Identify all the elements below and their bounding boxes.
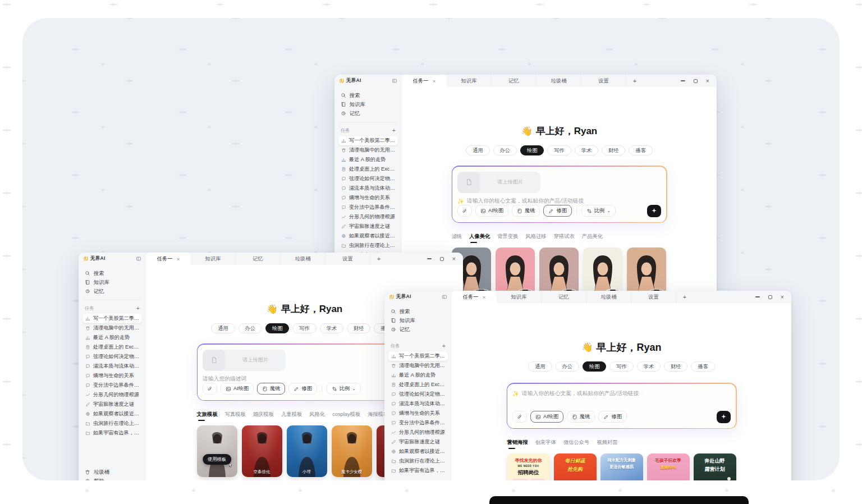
add-task-button[interactable]: +: [392, 127, 396, 134]
minimize-icon[interactable]: [681, 80, 685, 81]
titlebar-tab[interactable]: 记忆 ×: [542, 291, 586, 303]
task-list-item[interactable]: 湍流本质与流体动力学: [82, 361, 142, 371]
sidebar-nav-item[interactable]: 记忆: [388, 325, 448, 334]
ai-draw-button[interactable]: AI绘图: [530, 411, 563, 423]
gallery-tab[interactable]: 文旅模板: [197, 411, 218, 421]
task-list-item[interactable]: 清理电脑中的无用缓存文件: [82, 323, 142, 333]
sidebar-nav-item[interactable]: 知识库: [338, 100, 398, 109]
task-list-item[interactable]: 弦理论如何决定物理常数: [82, 352, 142, 361]
gallery-tab[interactable]: 营销海报: [507, 439, 528, 449]
gallery-tab[interactable]: 人像美化: [469, 233, 490, 243]
task-list-item[interactable]: 宇宙膨胀速度之谜: [338, 222, 398, 231]
sidebar-nav-item[interactable]: 知识库: [388, 316, 448, 325]
titlebar-tab[interactable]: 设置 ×: [325, 253, 370, 265]
sidebar-nav-item[interactable]: 知识库: [82, 278, 142, 287]
gallery-tab[interactable]: 婚庆模板: [253, 411, 274, 421]
magic-mirror-button[interactable]: 魔镜: [567, 411, 595, 423]
task-list-item[interactable]: 如果观察者以接近光速的速度…: [338, 231, 398, 241]
mode-tab[interactable]: 绘图: [583, 361, 606, 372]
template-card[interactable]: 使用模板 魔卡少女樱: [332, 425, 372, 477]
task-list-item[interactable]: 弦理论如何决定物理常数: [388, 390, 448, 399]
task-list-item[interactable]: 如果宇宙有边界，那边界之外…: [388, 466, 448, 475]
titlebar-tab[interactable]: 知识库 ×: [191, 253, 236, 265]
sidebar-collapse-icon[interactable]: [392, 78, 397, 84]
close-icon[interactable]: ×: [452, 256, 456, 262]
prompt-input[interactable]: ✨ 请输入你的核心文案，或粘贴你的产品/活动链接: [512, 390, 731, 397]
task-list-item[interactable]: 最近 A 股的走势: [388, 370, 448, 380]
gallery-tab[interactable]: 微信公众号: [563, 439, 589, 449]
task-list-item[interactable]: 虫洞旅行在理论上可行吗?: [82, 419, 142, 428]
task-list-item[interactable]: 湍流本质与流体动力学: [338, 184, 398, 193]
template-card[interactable]: 使用模板: [197, 425, 237, 477]
poster-card[interactable]: 毛孩子狂欢季 直降60%: [647, 453, 690, 480]
attach-button[interactable]: [512, 411, 527, 423]
mode-tab[interactable]: 写作: [547, 145, 571, 155]
task-list-item[interactable]: 最近 A 股的走势: [82, 333, 142, 342]
titlebar-tab[interactable]: 垃圾桶 ×: [281, 253, 325, 265]
titlebar-tab[interactable]: 垃圾桶 ×: [537, 75, 581, 87]
task-list-item[interactable]: 变分法中边界条件的影响: [338, 203, 398, 212]
ai-draw-button[interactable]: AI绘图: [475, 205, 508, 217]
composer-inner[interactable]: ✨ 请输入你的核心文案，或粘贴你的产品/活动链接 AI绘图 魔镜 修图: [507, 384, 736, 428]
poster-card[interactable]: 寻找发光的你 WE NEED YOU 招聘岗位 20K-35K 9K-15K: [507, 453, 550, 480]
mode-tab[interactable]: 通用: [466, 145, 489, 155]
task-list-item[interactable]: 处理桌面上的 Excel 文档: [338, 164, 398, 174]
gallery-tab[interactable]: 儿童模板: [281, 411, 302, 421]
task-list-item[interactable]: 处理桌面上的 Excel 文档: [388, 380, 448, 390]
mode-tab[interactable]: 办公: [239, 323, 262, 333]
add-task-button[interactable]: +: [442, 342, 446, 349]
attach-button[interactable]: [203, 383, 217, 395]
image-upload-box[interactable]: 请上传图片: [203, 350, 286, 371]
new-tab-button[interactable]: +: [370, 253, 387, 265]
mode-tab[interactable]: 绘图: [520, 145, 544, 155]
poster-card[interactable]: 纯水配方无刺激 更适合敏感肌: [600, 453, 643, 480]
task-list-item[interactable]: 最近 A 股的走势: [338, 155, 398, 164]
poster-card[interactable]: 每日鲜蔬 抢先购: [554, 453, 597, 480]
maximize-icon[interactable]: [440, 257, 444, 261]
task-list-item[interactable]: 熵增与生命的关系: [338, 193, 398, 203]
retouch-button[interactable]: 修图: [598, 411, 626, 423]
task-list-item[interactable]: 熵增与生命的关系: [82, 371, 142, 381]
poster-card[interactable]: 奔赴山野 露营计划: [694, 453, 736, 480]
composer-inner[interactable]: 请上传图片 ✨ 请输入你的核心文案，或粘贴你的产品/活动链接 AI绘图 魔镜 修…: [452, 167, 666, 222]
task-list-item[interactable]: 湍流本质与流体动力学: [388, 399, 448, 409]
sidebar-footer-item[interactable]: 垃圾桶: [82, 468, 142, 476]
mode-tab[interactable]: 办公: [493, 145, 517, 155]
gallery-tab[interactable]: 视频封面: [597, 439, 617, 449]
retouch-button[interactable]: 修图: [288, 383, 317, 395]
prompt-input[interactable]: ✨ 请输入你的核心文案，或粘贴你的产品/活动链接: [457, 198, 661, 205]
composer-inner[interactable]: 请上传图片 请输入您的描述词 AI绘图 魔镜 修图 比例⌄: [198, 345, 411, 400]
minimize-icon[interactable]: [427, 258, 432, 259]
task-list-item[interactable]: 分形几何的物理根源: [338, 212, 398, 222]
gallery-tab[interactable]: 穿搭试衣: [554, 233, 575, 243]
gallery-tab[interactable]: 风格迁移: [525, 233, 546, 243]
task-list-item[interactable]: 处理桌面上的 Excel 文档: [82, 342, 142, 352]
task-list-item[interactable]: 宇宙膨胀速度之谜: [82, 400, 142, 409]
sidebar-nav-item[interactable]: 搜索: [82, 269, 142, 278]
titlebar-tab[interactable]: 设置 ×: [581, 75, 626, 87]
tab-close-icon[interactable]: ×: [433, 78, 436, 84]
send-button[interactable]: [717, 411, 731, 423]
maximize-icon[interactable]: [768, 295, 772, 299]
titlebar-tab[interactable]: 记忆 ×: [492, 75, 537, 87]
task-list-item[interactable]: 写一个美股第二季度的研报: [82, 314, 142, 323]
task-list-item[interactable]: 变分法中边界条件的影响: [388, 418, 448, 428]
task-list-item[interactable]: 变分法中边界条件的影响: [82, 381, 142, 390]
mode-tab[interactable]: 财经: [602, 145, 625, 155]
sidebar-nav-item[interactable]: 搜索: [338, 91, 398, 100]
use-template-button[interactable]: 使用模板: [203, 454, 232, 465]
sidebar-footer-item[interactable]: 垃圾桶: [388, 479, 448, 480]
mode-tab[interactable]: 学术: [320, 323, 343, 333]
sidebar-collapse-icon[interactable]: [136, 256, 141, 262]
prompt-input[interactable]: 请输入您的描述词: [203, 375, 406, 383]
template-card[interactable]: 使用模板 小埋: [287, 425, 327, 477]
sidebar-collapse-icon[interactable]: [442, 294, 447, 300]
mode-tab[interactable]: 播客: [629, 145, 652, 155]
task-list-item[interactable]: 分形几何的物理根源: [388, 428, 448, 437]
task-list-item[interactable]: 如果观察者以接近光速的速度…: [388, 447, 448, 456]
gallery-tab[interactable]: 创意字体: [535, 439, 556, 449]
gallery-tab[interactable]: 风格化: [309, 411, 325, 421]
mode-tab[interactable]: 绘图: [265, 323, 289, 333]
mode-tab[interactable]: 学术: [575, 145, 598, 155]
titlebar-tab[interactable]: 知识库 ×: [447, 75, 492, 87]
